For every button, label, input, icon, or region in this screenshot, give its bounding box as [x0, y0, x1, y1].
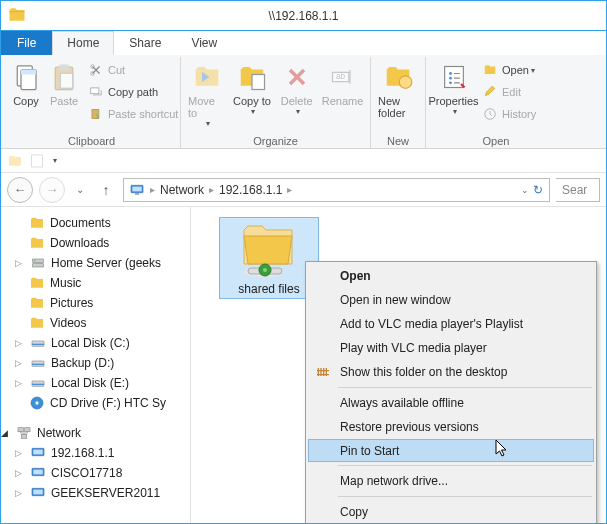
network-folder-icon	[234, 222, 304, 280]
nav-net-cisco[interactable]: ▷CISCO17718	[1, 463, 190, 483]
arrow-right-icon: →	[46, 182, 59, 197]
ctx-copy[interactable]: Copy	[308, 500, 594, 524]
folder-shared-files[interactable]: shared files	[219, 217, 319, 299]
copy-to-icon	[236, 61, 268, 93]
breadcrumb-host[interactable]: 192.168.1.1	[216, 183, 285, 197]
copy-button[interactable]: Copy	[8, 59, 44, 109]
ribbon-group-open: Properties▾ Open▾ Edit History Open	[426, 57, 566, 148]
svg-rect-10	[252, 75, 265, 90]
ctx-vlc-playlist[interactable]: Add to VLC media player's Playlist	[308, 312, 594, 336]
edit-button[interactable]: Edit	[478, 81, 540, 103]
open-icon	[482, 62, 498, 78]
up-button[interactable]: ↑	[95, 179, 117, 201]
paste-shortcut-button[interactable]: Paste shortcut	[84, 103, 182, 125]
ctx-open[interactable]: Open	[308, 264, 594, 288]
new-folder-button[interactable]: New folder	[376, 59, 420, 121]
ctx-show-desktop[interactable]: Show this folder on the desktop	[308, 360, 594, 384]
nav-net-host[interactable]: ▷192.168.1.1	[1, 443, 190, 463]
drive-icon	[30, 335, 46, 351]
tab-share[interactable]: Share	[114, 31, 176, 55]
paste-button[interactable]: Paste	[46, 59, 82, 109]
svg-rect-35	[25, 428, 30, 432]
rename-icon: ab	[327, 61, 359, 93]
delete-button[interactable]: Delete▾	[275, 59, 318, 118]
recent-locations-button[interactable]: ⌄	[71, 181, 89, 199]
copy-icon	[10, 61, 42, 93]
breadcrumb-network[interactable]: Network	[157, 183, 207, 197]
ctx-vlc-play[interactable]: Play with VLC media player	[308, 336, 594, 360]
server-icon	[30, 255, 46, 271]
svg-rect-8	[91, 88, 99, 94]
arrow-left-icon: ←	[14, 182, 27, 197]
svg-rect-21	[132, 186, 141, 191]
nav-videos[interactable]: Videos	[1, 313, 190, 333]
expand-icon[interactable]: ▷	[15, 488, 25, 498]
svg-rect-5	[60, 73, 73, 88]
refresh-icon[interactable]: ↻	[533, 183, 543, 197]
copy-path-button[interactable]: Copy path	[84, 81, 182, 103]
downloads-icon	[29, 235, 45, 251]
address-bar[interactable]: ▸ Network ▸ 192.168.1.1 ▸ ⌄ ↻	[123, 178, 550, 202]
copy-to-button[interactable]: Copy to▾	[231, 59, 274, 118]
properties-icon	[438, 61, 470, 93]
open-button[interactable]: Open▾	[478, 59, 540, 81]
qat-properties-icon[interactable]	[29, 153, 45, 169]
ctx-offline[interactable]: Always available offline	[308, 391, 594, 415]
documents-icon	[29, 215, 45, 231]
ctx-restore[interactable]: Restore previous versions	[308, 415, 594, 439]
music-icon	[29, 275, 45, 291]
network-icon	[16, 425, 32, 441]
address-row: ← → ⌄ ↑ ▸ Network ▸ 192.168.1.1 ▸ ⌄ ↻ Se…	[1, 173, 606, 207]
qat-dropdown-icon[interactable]: ▾	[53, 156, 57, 165]
expand-icon[interactable]: ▷	[15, 448, 25, 458]
svg-rect-4	[59, 65, 69, 70]
nav-net-geek[interactable]: ▷GEEKSERVER2011	[1, 483, 190, 503]
history-button[interactable]: History	[478, 103, 540, 125]
tab-file[interactable]: File	[1, 31, 52, 55]
nav-local-e[interactable]: ▷Local Disk (E:)	[1, 373, 190, 393]
nav-local-c[interactable]: ▷Local Disk (C:)	[1, 333, 190, 353]
pictures-icon	[29, 295, 45, 311]
quick-access-toolbar: ▾	[1, 149, 606, 173]
properties-button[interactable]: Properties▾	[431, 59, 476, 118]
ribbon-tabs: File Home Share View	[1, 31, 606, 55]
collapse-icon[interactable]: ◢	[1, 428, 11, 438]
history-icon	[482, 106, 498, 122]
svg-rect-31	[32, 384, 44, 385]
rename-button[interactable]: abRename	[320, 59, 365, 109]
ctx-map-drive[interactable]: Map network drive...	[308, 469, 594, 493]
nav-network-root[interactable]: ◢Network	[1, 423, 190, 443]
tab-home[interactable]: Home	[52, 31, 114, 55]
nav-pictures[interactable]: Pictures	[1, 293, 190, 313]
nav-music[interactable]: Music	[1, 273, 190, 293]
nav-downloads[interactable]: Downloads	[1, 233, 190, 253]
address-dropdown-icon[interactable]: ⌄	[521, 185, 529, 195]
ctx-separator	[338, 387, 592, 388]
drive-icon	[30, 375, 46, 391]
forward-button[interactable]: →	[39, 177, 65, 203]
nav-backup-d[interactable]: ▷Backup (D:)	[1, 353, 190, 373]
nav-homeserver[interactable]: ▷Home Server (geeks	[1, 253, 190, 273]
navigation-pane[interactable]: Documents Downloads ▷Home Server (geeks …	[1, 207, 191, 523]
ribbon-group-clipboard: Copy Paste Cut Copy path Paste shortcut …	[3, 57, 181, 148]
computer-icon	[30, 445, 46, 461]
ctx-pin-to-start[interactable]: Pin to Start	[308, 439, 594, 462]
move-to-button[interactable]: Move to▾	[186, 59, 229, 130]
expand-icon[interactable]: ▷	[15, 338, 25, 348]
new-folder-icon	[382, 61, 414, 93]
cut-button[interactable]: Cut	[84, 59, 182, 81]
search-input[interactable]: Sear	[556, 178, 600, 202]
ctx-open-new-window[interactable]: Open in new window	[308, 288, 594, 312]
expand-icon[interactable]: ▷	[15, 378, 25, 388]
tab-view[interactable]: View	[176, 31, 232, 55]
computer-icon	[30, 485, 46, 501]
expand-icon[interactable]: ▷	[15, 468, 25, 478]
edit-icon	[482, 84, 498, 100]
expand-icon[interactable]: ▷	[15, 358, 25, 368]
nav-documents[interactable]: Documents	[1, 213, 190, 233]
nav-cd-drive[interactable]: CD Drive (F:) HTC Sy	[1, 393, 190, 413]
expand-icon[interactable]: ▷	[15, 258, 25, 268]
qat-folder-icon[interactable]	[7, 153, 23, 169]
svg-point-25	[34, 260, 35, 261]
back-button[interactable]: ←	[7, 177, 33, 203]
